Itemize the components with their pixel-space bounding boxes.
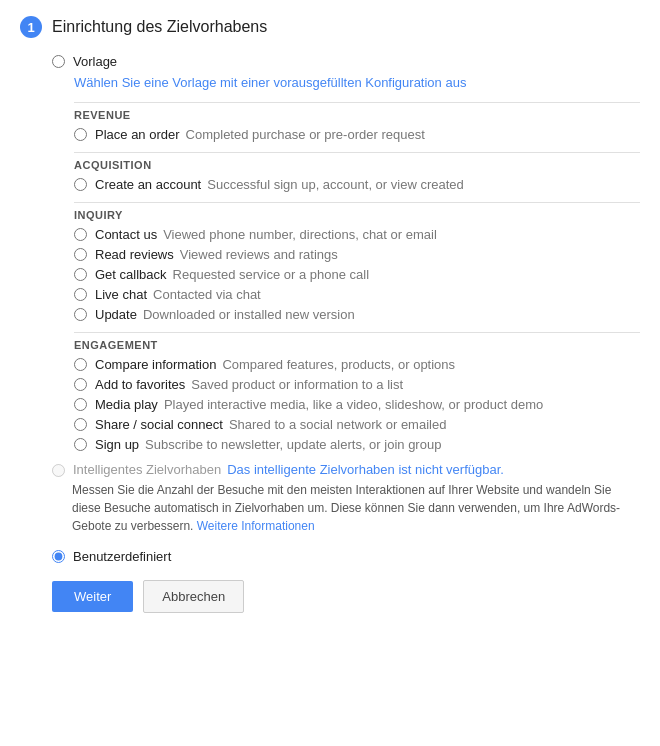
option-compare-information[interactable]: Compare information Compared features, p… xyxy=(74,357,640,372)
radio-update[interactable] xyxy=(74,308,87,321)
category-inquiry: INQUIRY Contact us Viewed phone number, … xyxy=(74,202,640,322)
radio-share-social-connect[interactable] xyxy=(74,418,87,431)
option-get-callback[interactable]: Get callback Requested service or a phon… xyxy=(74,267,640,282)
option-share-social[interactable]: Share / social connect Shared to a socia… xyxy=(74,417,640,432)
option-sign-up[interactable]: Sign up Subscribe to newsletter, update … xyxy=(74,437,640,452)
step-number: 1 xyxy=(20,16,42,38)
option-create-an-account[interactable]: Create an account Successful sign up, ac… xyxy=(74,177,640,192)
option-desc-get-callback: Requested service or a phone call xyxy=(173,267,370,282)
step-header: 1 Einrichtung des Zielvorhabens xyxy=(20,16,640,38)
category-label-revenue: REVENUE xyxy=(74,109,640,121)
option-desc-media-play: Played interactive media, like a video, … xyxy=(164,397,543,412)
intelligentes-desc: Das intelligente Zielvorhaben ist nicht … xyxy=(227,462,504,477)
vorlage-content: Wählen Sie eine Vorlage mit einer voraus… xyxy=(74,75,640,452)
option-name-update: Update xyxy=(95,307,137,322)
option-desc-update: Downloaded or installed new version xyxy=(143,307,355,322)
option-read-reviews[interactable]: Read reviews Viewed reviews and ratings xyxy=(74,247,640,262)
vorlage-subtitle: Wählen Sie eine Vorlage mit einer voraus… xyxy=(74,75,640,90)
option-media-play[interactable]: Media play Played interactive media, lik… xyxy=(74,397,640,412)
intelligentes-option[interactable]: Intelligentes Zielvorhaben Das intellige… xyxy=(52,462,640,477)
vorlage-label: Vorlage xyxy=(73,54,117,69)
intelligentes-body-text: Messen Sie die Anzahl der Besuche mit de… xyxy=(72,483,620,533)
step-title: Einrichtung des Zielvorhabens xyxy=(52,18,267,36)
option-desc-read-reviews: Viewed reviews and ratings xyxy=(180,247,338,262)
option-desc-share-social: Shared to a social network or emailed xyxy=(229,417,447,432)
radio-live-chat[interactable] xyxy=(74,288,87,301)
abbrechen-button[interactable]: Abbrechen xyxy=(143,580,244,613)
option-name-share-social: Share / social connect xyxy=(95,417,223,432)
benutzerdefiniert-radio[interactable] xyxy=(52,550,65,563)
button-bar: Weiter Abbrechen xyxy=(52,580,640,613)
option-desc-live-chat: Contacted via chat xyxy=(153,287,261,302)
divider-engagement xyxy=(74,332,640,333)
category-label-acquisition: ACQUISITION xyxy=(74,159,640,171)
category-acquisition: ACQUISITION Create an account Successful… xyxy=(74,152,640,192)
option-name-compare-information: Compare information xyxy=(95,357,216,372)
intelligentes-label: Intelligentes Zielvorhaben xyxy=(73,462,221,477)
radio-media-play[interactable] xyxy=(74,398,87,411)
category-label-engagement: ENGAGEMENT xyxy=(74,339,640,351)
vorlage-radio[interactable] xyxy=(52,55,65,68)
option-update[interactable]: Update Downloaded or installed new versi… xyxy=(74,307,640,322)
radio-sign-up[interactable] xyxy=(74,438,87,451)
intelligentes-block: Intelligentes Zielvorhaben Das intellige… xyxy=(52,462,640,535)
radio-add-to-favorites[interactable] xyxy=(74,378,87,391)
option-name-sign-up: Sign up xyxy=(95,437,139,452)
option-place-an-order[interactable]: Place an order Completed purchase or pre… xyxy=(74,127,640,142)
category-label-inquiry: INQUIRY xyxy=(74,209,640,221)
option-desc-create-an-account: Successful sign up, account, or view cre… xyxy=(207,177,464,192)
radio-place-an-order[interactable] xyxy=(74,128,87,141)
option-name-live-chat: Live chat xyxy=(95,287,147,302)
weiter-button[interactable]: Weiter xyxy=(52,581,133,612)
option-name-create-an-account: Create an account xyxy=(95,177,201,192)
section-body: Vorlage Wählen Sie eine Vorlage mit eine… xyxy=(52,54,640,613)
divider-inquiry xyxy=(74,202,640,203)
vorlage-option[interactable]: Vorlage xyxy=(52,54,640,69)
option-name-get-callback: Get callback xyxy=(95,267,167,282)
intelligentes-link[interactable]: Weitere Informationen xyxy=(197,519,315,533)
divider-revenue xyxy=(74,102,640,103)
option-desc-place-an-order: Completed purchase or pre-order request xyxy=(186,127,425,142)
option-desc-add-to-favorites: Saved product or information to a list xyxy=(191,377,403,392)
category-revenue: REVENUE Place an order Completed purchas… xyxy=(74,102,640,142)
radio-contact-us[interactable] xyxy=(74,228,87,241)
benutzerdefiniert-option[interactable]: Benutzerdefiniert xyxy=(52,549,640,564)
category-engagement: ENGAGEMENT Compare information Compared … xyxy=(74,332,640,452)
radio-create-an-account[interactable] xyxy=(74,178,87,191)
option-contact-us[interactable]: Contact us Viewed phone number, directio… xyxy=(74,227,640,242)
radio-compare-information[interactable] xyxy=(74,358,87,371)
option-live-chat[interactable]: Live chat Contacted via chat xyxy=(74,287,640,302)
option-name-media-play: Media play xyxy=(95,397,158,412)
radio-get-callback[interactable] xyxy=(74,268,87,281)
option-name-contact-us: Contact us xyxy=(95,227,157,242)
option-name-place-an-order: Place an order xyxy=(95,127,180,142)
option-desc-compare-information: Compared features, products, or options xyxy=(222,357,455,372)
option-desc-sign-up: Subscribe to newsletter, update alerts, … xyxy=(145,437,441,452)
intelligentes-radio[interactable] xyxy=(52,464,65,477)
option-desc-contact-us: Viewed phone number, directions, chat or… xyxy=(163,227,437,242)
intelligentes-text: Messen Sie die Anzahl der Besuche mit de… xyxy=(72,481,640,535)
benutzerdefiniert-label: Benutzerdefiniert xyxy=(73,549,171,564)
option-name-add-to-favorites: Add to favorites xyxy=(95,377,185,392)
radio-read-reviews[interactable] xyxy=(74,248,87,261)
option-add-to-favorites[interactable]: Add to favorites Saved product or inform… xyxy=(74,377,640,392)
option-name-read-reviews: Read reviews xyxy=(95,247,174,262)
divider-acquisition xyxy=(74,152,640,153)
